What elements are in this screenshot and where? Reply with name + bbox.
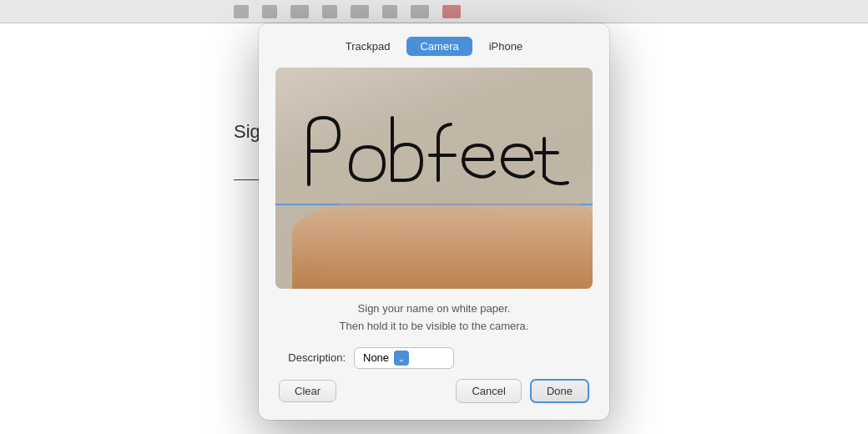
toolbar-icon-shapes[interactable] xyxy=(290,5,309,18)
instruction-text: Sign your name on white paper. Then hold… xyxy=(275,300,593,336)
done-button[interactable]: Done xyxy=(530,379,589,403)
clear-button[interactable]: Clear xyxy=(279,380,336,402)
toolbar-icon-more[interactable] xyxy=(442,5,461,18)
toolbar-icon-pen1[interactable] xyxy=(234,5,249,18)
camera-preview xyxy=(275,68,593,289)
toolbar-icon-view[interactable] xyxy=(411,5,429,18)
toolbar-icon-stamp[interactable] xyxy=(351,5,369,18)
right-buttons: Cancel Done xyxy=(456,379,589,403)
tab-trackpad[interactable]: Trackpad xyxy=(332,37,404,56)
select-chevron-icon[interactable] xyxy=(394,351,409,366)
toolbar xyxy=(0,0,868,23)
toolbar-icon-pen2[interactable] xyxy=(262,5,277,18)
tab-row: Trackpad Camera iPhone xyxy=(275,37,593,56)
tab-camera[interactable]: Camera xyxy=(406,37,472,56)
toolbar-icon-page[interactable] xyxy=(382,5,397,18)
description-value: None xyxy=(363,351,389,364)
description-select[interactable]: None xyxy=(354,347,454,369)
button-row: Clear Cancel Done xyxy=(275,379,593,403)
description-label: Description: xyxy=(279,351,346,364)
cancel-button[interactable]: Cancel xyxy=(456,379,521,403)
sig-label: Sig xyxy=(234,121,260,143)
hand-image xyxy=(292,197,593,289)
signature-dialog: Trackpad Camera iPhone xyxy=(259,23,609,420)
description-row: Description: None xyxy=(275,347,593,369)
signature-preview xyxy=(284,93,576,209)
tab-iphone[interactable]: iPhone xyxy=(476,37,536,56)
toolbar-icon-text[interactable] xyxy=(322,5,337,18)
